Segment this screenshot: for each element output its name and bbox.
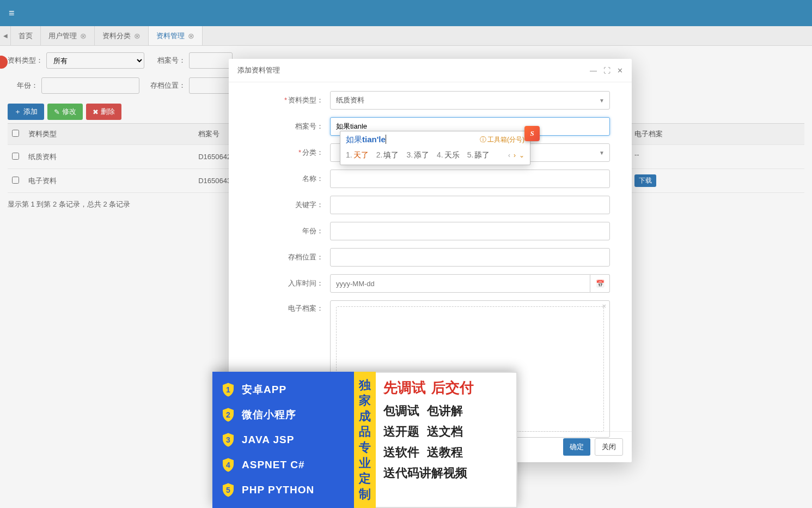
ime-prev-icon[interactable]: ‹ bbox=[508, 152, 510, 159]
keyword-input[interactable] bbox=[330, 196, 610, 214]
ime-next-icon[interactable]: › bbox=[514, 152, 516, 159]
close-icon[interactable]: ✕ bbox=[617, 66, 623, 75]
name-input[interactable] bbox=[330, 170, 610, 188]
ime-candidate[interactable]: 4.天乐 bbox=[437, 150, 460, 160]
info-icon: ⓘ bbox=[480, 135, 486, 144]
ime-expand-icon[interactable]: ⌄ bbox=[519, 152, 524, 159]
ime-toolbox[interactable]: ⓘ工具箱(分号) bbox=[480, 135, 524, 144]
ime-popup: S 如果tian'le ⓘ工具箱(分号) 1.天了 2.填了 3.添了 4.天乐… bbox=[340, 131, 530, 165]
maximize-icon[interactable]: ⛶ bbox=[603, 66, 610, 75]
label-cat: 分类： bbox=[302, 148, 323, 156]
modal-header: 添加资料管理 — ⛶ ✕ bbox=[229, 59, 632, 82]
minimize-icon[interactable]: — bbox=[590, 66, 597, 75]
ime-candidate[interactable]: 3.添了 bbox=[406, 150, 429, 160]
type-select-value: 纸质资料 bbox=[330, 91, 610, 110]
type-select[interactable]: 纸质资料 ▼ bbox=[330, 91, 610, 110]
ime-candidate[interactable]: 5.舔了 bbox=[467, 150, 490, 160]
label-keyword: 关键字： bbox=[295, 201, 323, 209]
ime-composition: 如果tian'le bbox=[346, 135, 386, 145]
modal-title: 添加资料管理 bbox=[237, 65, 280, 75]
ime-candidates: 1.天了 2.填了 3.添了 4.天乐 5.舔了 ‹ › ⌄ bbox=[340, 148, 530, 165]
label-name: 名称： bbox=[302, 174, 323, 183]
label-type: 资料类型： bbox=[288, 96, 323, 104]
ime-candidate[interactable]: 2.填了 bbox=[376, 150, 399, 160]
ime-candidate[interactable]: 1.天了 bbox=[346, 150, 369, 160]
sogou-logo-icon: S bbox=[524, 126, 540, 141]
label-no: 档案号： bbox=[295, 122, 323, 130]
